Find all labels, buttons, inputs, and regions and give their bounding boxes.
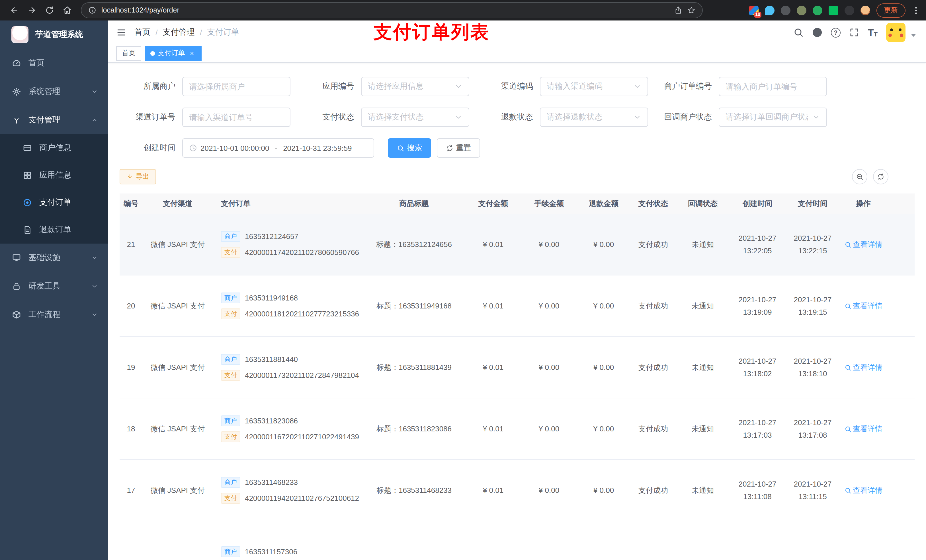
font-size-icon[interactable]	[868, 27, 878, 37]
view-detail-link[interactable]: 查看详情	[844, 424, 882, 434]
extension-icon-4[interactable]	[797, 5, 806, 15]
cell-refund-amount: ¥ 0.00	[575, 240, 632, 249]
grid-icon	[23, 171, 32, 180]
cell-channel: 微信 JSAPI 支付	[142, 362, 213, 373]
merchant-tag: 商户	[221, 477, 240, 488]
bookmark-star-icon[interactable]	[687, 6, 695, 14]
cell-fee-amount: ¥ 0.00	[523, 363, 575, 371]
cell-action: 查看详情	[842, 424, 885, 434]
browser-reload-button[interactable]	[41, 2, 57, 18]
view-detail-link[interactable]: 查看详情	[844, 362, 882, 373]
refund-status-select[interactable]: 请选择退款状态	[540, 107, 648, 127]
breadcrumb-home[interactable]: 首页	[135, 27, 150, 38]
channel-order-no-input[interactable]	[189, 113, 284, 122]
cell-created-time: 2021-10-27 13:11:08	[731, 478, 784, 503]
sidebar-item-refund-order[interactable]: 退款订单	[0, 216, 108, 244]
extension-badge: 10	[754, 12, 761, 17]
reset-button[interactable]: 重置	[437, 138, 480, 158]
chevron-down-icon	[91, 311, 98, 318]
fullscreen-icon[interactable]	[849, 27, 859, 38]
export-button[interactable]: 导出	[120, 169, 156, 184]
share-icon[interactable]	[674, 6, 682, 14]
chevron-up-icon	[91, 117, 98, 124]
caret-down-icon[interactable]	[909, 31, 918, 40]
cell-pay-order: 商户 1635311157306	[213, 546, 365, 557]
sidebar-item-workflow[interactable]: 工作流程	[0, 300, 108, 329]
extension-icon-2[interactable]	[765, 5, 775, 15]
extensions-puzzle-icon[interactable]	[844, 5, 854, 15]
browser-back-button[interactable]	[6, 2, 22, 18]
breadcrumb-separator: /	[156, 28, 158, 37]
active-tab-dot	[150, 51, 155, 56]
view-detail-link[interactable]: 查看详情	[844, 301, 882, 311]
clock-icon	[189, 144, 197, 152]
view-detail-link[interactable]: 查看详情	[844, 239, 882, 249]
cell-pay-amount: ¥ 0.01	[464, 302, 523, 310]
breadcrumb-current: 支付订单	[207, 27, 239, 38]
chevron-down-icon	[454, 113, 462, 121]
pay-order-line: 支付 4200001174202110278060590766	[221, 247, 359, 258]
sidebar-item-payment[interactable]: 支付管理	[0, 106, 108, 134]
sidebar-item-pay-order[interactable]: 支付订单	[0, 189, 108, 216]
sidebar-item-home[interactable]: 首页	[0, 49, 108, 77]
chevron-down-icon	[91, 88, 98, 95]
extension-icon-5[interactable]	[813, 5, 822, 15]
search-button[interactable]: 搜索	[388, 138, 431, 158]
search-icon[interactable]	[793, 27, 803, 38]
github-icon[interactable]	[812, 27, 822, 38]
sidebar-item-infrastructure[interactable]: 基础设施	[0, 244, 108, 272]
extension-icon-6[interactable]	[829, 5, 838, 15]
toggle-search-button[interactable]	[852, 169, 867, 184]
tab-home[interactable]: 首页	[116, 46, 141, 60]
cell-fee-amount: ¥ 0.00	[523, 240, 575, 249]
payment-submenu: 商户信息 应用信息 支付订单 退款订单	[0, 134, 108, 244]
circle-dot-icon	[23, 198, 32, 207]
pay-order-line: 支付 4200001181202110277723215336	[221, 308, 359, 319]
cell-id: 21	[120, 240, 142, 249]
pay-order-no: 4200001173202110272847982104	[245, 371, 359, 380]
view-detail-link[interactable]: 查看详情	[844, 485, 882, 495]
merchant-order-line: 商户 1635311823086	[221, 415, 298, 426]
extension-icon-3[interactable]	[781, 5, 790, 15]
extension-area: 10 更新	[749, 3, 920, 17]
document-icon	[23, 225, 32, 234]
search-icon	[397, 144, 404, 152]
merchant-order-no-input[interactable]	[726, 82, 820, 91]
browser-update-button[interactable]: 更新	[876, 3, 905, 17]
sidebar-item-dev-tools[interactable]: 研发工具	[0, 272, 108, 300]
breadcrumb-payment[interactable]: 支付管理	[163, 27, 195, 38]
pay-status-select[interactable]: 请选择支付状态	[361, 107, 469, 127]
app-logo[interactable]: 芋道管理系统	[0, 21, 108, 49]
extension-icon-1[interactable]: 10	[749, 5, 758, 15]
channel-code-select[interactable]: 请输入渠道编码	[540, 77, 648, 96]
yen-icon	[12, 116, 21, 124]
create-time-range-picker[interactable]: 2021-10-01 00:00:00 - 2021-10-31 23:59:5…	[182, 138, 374, 158]
sidebar-item-system[interactable]: 系统管理	[0, 77, 108, 106]
user-avatar[interactable]	[886, 23, 905, 42]
browser-forward-button[interactable]	[23, 2, 40, 18]
sidebar-toggle-icon[interactable]	[108, 27, 135, 38]
sidebar-item-app-info[interactable]: 应用信息	[0, 162, 108, 189]
cell-id: 19	[120, 363, 142, 371]
browser-menu-icon[interactable]	[912, 4, 920, 16]
pay-order-no: 4200001174202110278060590766	[245, 248, 359, 257]
merchant-input[interactable]	[189, 82, 284, 91]
close-tab-icon[interactable]	[188, 49, 196, 57]
help-icon[interactable]	[831, 27, 841, 37]
card-icon	[23, 143, 32, 152]
magnifier-icon	[844, 241, 851, 248]
refresh-table-button[interactable]	[873, 169, 888, 184]
merchant-label: 所属商户	[120, 82, 182, 92]
tab-pay-order[interactable]: 支付订单	[145, 46, 201, 60]
address-bar[interactable]: localhost:1024/pay/order	[81, 2, 703, 18]
content-area: 所属商户 应用编号 请选择应用信息 渠道编码	[108, 63, 926, 560]
create-time-label: 创建时间	[120, 143, 182, 153]
app-no-select[interactable]: 请选择应用信息	[361, 77, 469, 96]
site-info-icon[interactable]	[88, 6, 96, 14]
cell-pay-order: 商户 1635311881440 支付 42000011732021102728…	[213, 354, 365, 381]
cell-action: 查看详情	[842, 239, 885, 249]
callback-status-select[interactable]: 请选择订单回调商户状态	[719, 107, 827, 127]
sidebar-item-merchant-info[interactable]: 商户信息	[0, 134, 108, 162]
browser-profile-avatar[interactable]	[861, 5, 870, 15]
browser-home-button[interactable]	[59, 2, 75, 18]
